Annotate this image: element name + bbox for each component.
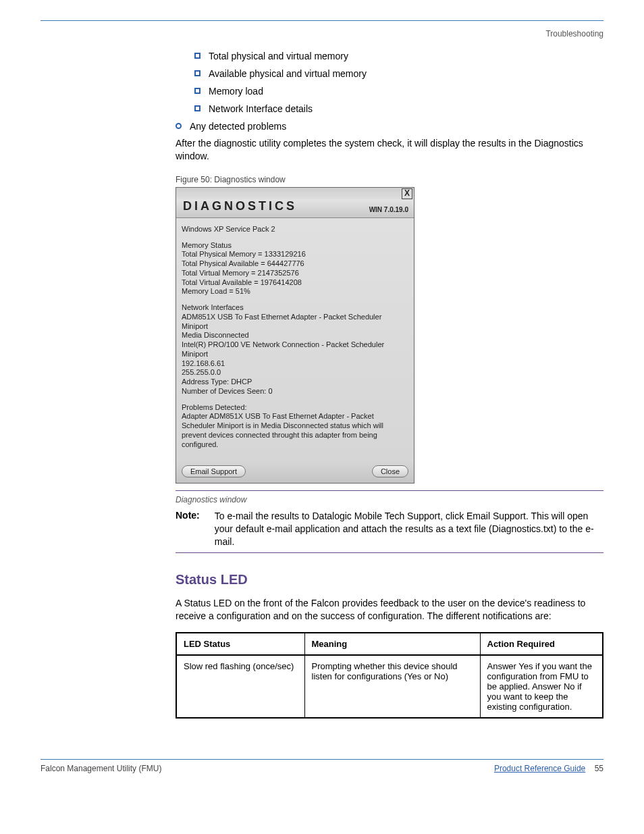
square-bullet-icon [194, 70, 200, 76]
th-led-status: LED Status [176, 633, 304, 655]
network-line: Media Disconnected [182, 331, 408, 340]
list-item: Memory load [194, 86, 603, 97]
note-text: To e-mail the results to Datalogic Mobil… [215, 510, 603, 548]
square-bullet-icon [194, 53, 200, 59]
caption-label: Diagnostics window [176, 495, 603, 504]
footer-left: Falcon Management Utility (FMU) [41, 764, 161, 773]
network-line: Address Type: DHCP [182, 377, 408, 387]
memory-line: Memory Load = 51% [182, 287, 408, 296]
network-line: Intel(R) PRO/100 VE Network Connection -… [182, 340, 408, 359]
memory-bullet-list: Total physical and virtual memory Availa… [176, 51, 603, 114]
figure-label: Figure 50: Diagnostics window [176, 175, 603, 184]
th-action: Action Required [480, 633, 603, 655]
memory-line: Total Virtual Available = 1976414208 [182, 278, 408, 288]
page-footer: Falcon Management Utility (FMU) Product … [41, 759, 603, 773]
problems-header: Problems Detected: [182, 403, 408, 413]
memory-line: Total Virtual Memory = 2147352576 [182, 269, 408, 278]
bullet-text: Memory load [209, 86, 263, 97]
section-paragraph: A Status LED on the front of the Falcon … [176, 597, 603, 623]
close-icon[interactable]: X [402, 188, 412, 199]
network-line: ADM851X USB To Fast Ethernet Adapter - P… [182, 313, 408, 332]
problems-bullet: Any detected problems [176, 121, 603, 132]
header-label: Troubleshooting [41, 29, 603, 38]
table-row: Slow red flashing (once/sec) Prompting w… [176, 655, 603, 718]
network-line: Number of Devices Seen: 0 [182, 387, 408, 396]
square-bullet-icon [194, 88, 200, 94]
circle-bullet-icon [176, 123, 182, 129]
th-meaning: Meaning [304, 633, 480, 655]
note-key: Note: [176, 510, 200, 521]
page-number: 55 [595, 764, 603, 773]
list-item: Network Interface details [194, 103, 603, 114]
problems-text: Adapter ADM851X USB To Fast Ethernet Ada… [182, 412, 408, 449]
cell-action: Answer Yes if you want the configuration… [480, 655, 603, 718]
dialog-body: Windows XP Service Pack 2 Memory Status … [176, 218, 414, 462]
cell-meaning: Prompting whether this device should lis… [304, 655, 480, 718]
problems-label: Any detected problems [190, 121, 286, 132]
bullet-text: Network Interface details [209, 103, 313, 114]
list-item: Total physical and virtual memory [194, 51, 603, 61]
cell-status: Slow red flashing (once/sec) [176, 655, 304, 718]
memory-line: Total Physical Available = 644427776 [182, 259, 408, 269]
memory-header: Memory Status [182, 241, 408, 251]
bullet-text: Total physical and virtual memory [209, 51, 348, 61]
footer-link[interactable]: Product Reference Guide [494, 764, 585, 773]
list-item: Available physical and virtual memory [194, 68, 603, 79]
dialog-title: DIAGNOSTICS [183, 199, 297, 213]
note-row: Note: To e-mail the results to Datalogic… [176, 510, 603, 548]
close-button[interactable]: Close [372, 465, 408, 477]
os-line: Windows XP Service Pack 2 [182, 225, 408, 234]
dialog-version: WIN 7.0.19.0 [369, 206, 408, 213]
email-support-button[interactable]: Email Support [182, 465, 246, 477]
network-line: 255.255.0.0 [182, 368, 408, 377]
section-heading: Status LED [176, 572, 603, 588]
network-line: 192.168.6.61 [182, 359, 408, 369]
memory-line: Total Physical Memory = 1333129216 [182, 250, 408, 259]
network-header: Network Interfaces [182, 303, 408, 313]
intro-paragraph: After the diagnostic utility completes t… [176, 137, 603, 163]
bullet-text: Available physical and virtual memory [209, 68, 367, 79]
diagnostics-dialog: X DIAGNOSTICS WIN 7.0.19.0 Windows XP Se… [176, 187, 414, 484]
led-table: LED Status Meaning Action Required Slow … [176, 632, 603, 719]
square-bullet-icon [194, 105, 200, 111]
